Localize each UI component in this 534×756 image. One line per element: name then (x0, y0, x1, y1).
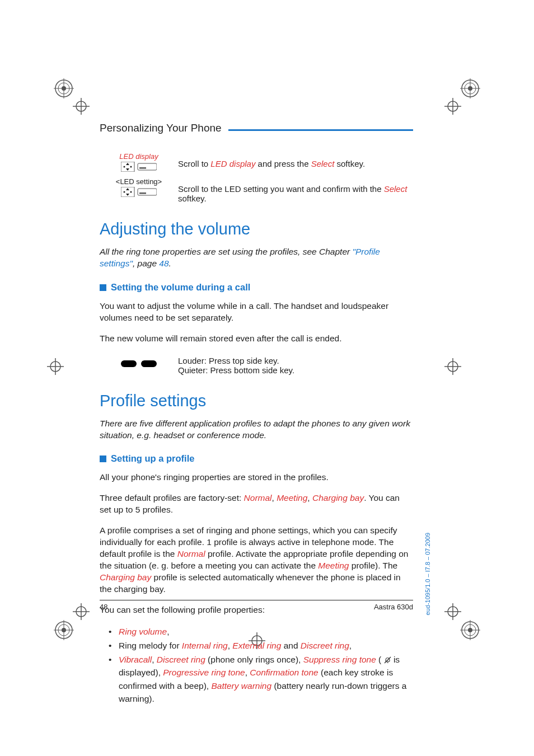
nav-keys-icon (121, 162, 157, 172)
link-page-ref[interactable]: 48 (159, 259, 168, 268)
nav-keys-icon (121, 187, 157, 197)
crosshair-icon (73, 603, 90, 620)
section-title-adjusting-volume: Adjusting the volume (100, 220, 413, 238)
svg-point-45 (130, 166, 132, 168)
registration-mark-icon (460, 620, 480, 640)
body-text: You want to adjust the volume while in a… (100, 300, 413, 324)
side-keys-icon (121, 360, 157, 367)
step-text: Scroll to the LED setting you want and c… (178, 177, 413, 203)
body-text: Three default profiles are factory-set: … (100, 492, 413, 516)
registration-mark-icon (54, 78, 74, 98)
step-text: Scroll to LED display and press the Sele… (178, 152, 413, 168)
step-caption: LED display (100, 152, 178, 161)
svg-point-52 (130, 191, 132, 193)
list-item: Ring melody for Internal ring, External … (111, 639, 413, 652)
body-text: A profile comprises a set of ringing and… (100, 525, 413, 595)
step-icon-column: <LED setting> (100, 177, 178, 197)
body-text: All your phone's ringing properties are … (100, 472, 413, 483)
instruction-step: LED display Scroll to LED display and pr… (100, 152, 413, 172)
body-text: The new volume will remain stored even a… (100, 333, 413, 345)
instruction-step: Louder: Press top side key. Quieter: Pre… (100, 354, 413, 375)
svg-point-51 (124, 191, 125, 193)
subsection-setting-volume: Setting the volume during a call (100, 282, 413, 293)
header-rule-icon (228, 129, 413, 131)
list-item: Vibracall, Discreet ring (phone only rin… (111, 653, 413, 705)
bullet-list: Ring volume, Ring melody for Internal ri… (111, 625, 413, 706)
svg-rect-54 (139, 192, 146, 194)
square-bullet-icon (100, 456, 106, 462)
running-header: Personalizing Your Phone (100, 122, 413, 134)
model-name: Aastra 630d (374, 603, 413, 611)
section-intro: All the ring tone properties are set usi… (100, 246, 413, 270)
svg-rect-47 (139, 167, 146, 169)
crosshair-icon (444, 358, 461, 375)
bell-mute-icon (384, 655, 391, 664)
registration-mark-icon (54, 620, 74, 640)
crosshair-icon (73, 98, 90, 115)
svg-rect-53 (138, 189, 157, 195)
step-icon-column (100, 354, 178, 369)
section-intro: There are five different application pro… (100, 418, 413, 442)
document-id: eud-1095/1.0 – I7.8 – 07.2009 (424, 533, 431, 615)
registration-mark-icon (460, 78, 480, 98)
section-title-profile-settings: Profile settings (100, 392, 413, 410)
step-text: Louder: Press top side key. Quieter: Pre… (178, 354, 413, 375)
svg-point-44 (124, 166, 125, 168)
page-number: 48 (100, 603, 107, 611)
page-footer: 48 Aastra 630d (100, 600, 413, 611)
instruction-step: <LED setting> Scroll to the LED setting … (100, 177, 413, 203)
subsection-setting-up-profile: Setting up a profile (100, 453, 413, 464)
content-area: Personalizing Your Phone LED display (100, 122, 413, 706)
crosshair-icon (444, 603, 461, 620)
crosshair-icon (444, 98, 461, 115)
square-bullet-icon (100, 284, 106, 291)
step-icon-column: LED display (100, 152, 178, 172)
step-caption: <LED setting> (100, 177, 178, 186)
crosshair-icon (47, 358, 64, 375)
list-item: Ring volume, (111, 625, 413, 638)
page: Personalizing Your Phone LED display (0, 0, 534, 756)
svg-rect-46 (138, 163, 157, 170)
running-header-text: Personalizing Your Phone (100, 122, 222, 134)
